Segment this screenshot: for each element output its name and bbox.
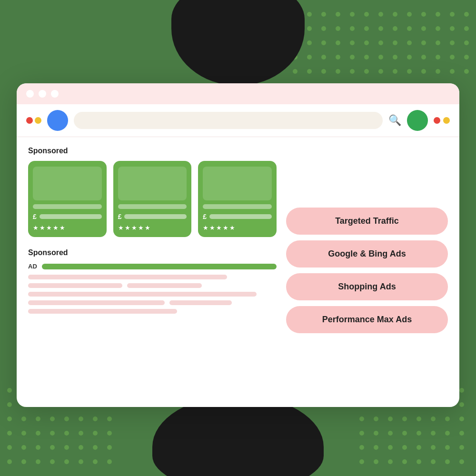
card-title-bar-2 <box>118 204 187 209</box>
card-currency-2: £ <box>118 213 122 220</box>
text-line-1 <box>28 275 227 279</box>
card-stars-2: ★★★★★ <box>118 224 187 231</box>
card-title-bar-3 <box>203 204 272 209</box>
card-price-row-2: £ <box>118 213 187 220</box>
card-stars-3: ★★★★★ <box>203 224 272 231</box>
product-card-2[interactable]: £ ★★★★★ <box>113 161 192 237</box>
card-price-bar-1 <box>40 214 102 219</box>
ad-label: AD <box>28 263 37 270</box>
shopping-ads-button[interactable]: Shopping Ads <box>286 273 448 300</box>
window-btn-minimize[interactable] <box>39 90 46 98</box>
profile-circle[interactable] <box>407 110 428 131</box>
performance-max-ads-button[interactable]: Performance Max Ads <box>286 306 448 333</box>
card-price-bar-3 <box>209 214 272 219</box>
card-image-3 <box>203 167 272 200</box>
text-line-5 <box>28 309 177 314</box>
ad-row: AD <box>28 263 277 270</box>
sponsored-label-1: Sponsored <box>28 147 277 155</box>
card-price-row-3: £ <box>203 213 272 220</box>
profile-dot-red <box>434 117 440 124</box>
profile-dot-yellow <box>443 117 450 124</box>
card-title-bar-1 <box>33 204 102 209</box>
google-dot-red <box>26 117 33 124</box>
text-line-2a <box>28 283 122 288</box>
card-price-bar-2 <box>124 214 187 219</box>
window-btn-close[interactable] <box>26 90 34 98</box>
product-card-3[interactable]: £ ★★★★★ <box>198 161 277 237</box>
text-line-2b <box>127 283 202 288</box>
card-currency-3: £ <box>203 213 207 220</box>
product-card-1[interactable]: £ ★★★★★ <box>28 161 107 237</box>
text-line-4a <box>28 300 165 305</box>
right-panel: Targeted Traffic Google & Bing Ads Shopp… <box>286 147 448 394</box>
address-bar-input[interactable] <box>74 112 383 129</box>
search-icon[interactable]: 🔍 <box>388 114 401 127</box>
card-currency-1: £ <box>33 213 37 220</box>
browser-content: Sponsored £ ★★★★★ £ <box>17 137 459 404</box>
ad-bar-long <box>42 264 277 269</box>
window-btn-maximize[interactable] <box>51 90 59 98</box>
card-image-2 <box>118 167 187 200</box>
sponsored-ad-section: Sponsored AD <box>28 248 277 314</box>
text-line-4b <box>169 300 232 305</box>
sponsored-label-2: Sponsored <box>28 248 277 257</box>
browser-addressbar: 🔍 <box>17 104 459 137</box>
google-dot-yellow <box>35 117 41 124</box>
targeted-traffic-button[interactable]: Targeted Traffic <box>286 208 448 235</box>
card-image-1 <box>33 167 102 200</box>
left-panel: Sponsored £ ★★★★★ £ <box>28 147 277 394</box>
browser-window: 🔍 Sponsored £ ★★★★★ <box>17 83 459 407</box>
google-bing-ads-button[interactable]: Google & Bing Ads <box>286 240 448 268</box>
browser-titlebar <box>17 83 459 104</box>
text-line-3 <box>28 292 257 297</box>
card-stars-1: ★★★★★ <box>33 224 102 231</box>
product-cards-row: £ ★★★★★ £ ★★★★★ <box>28 161 277 237</box>
card-price-row-1: £ <box>33 213 102 220</box>
browser-logo-circle <box>47 110 68 131</box>
